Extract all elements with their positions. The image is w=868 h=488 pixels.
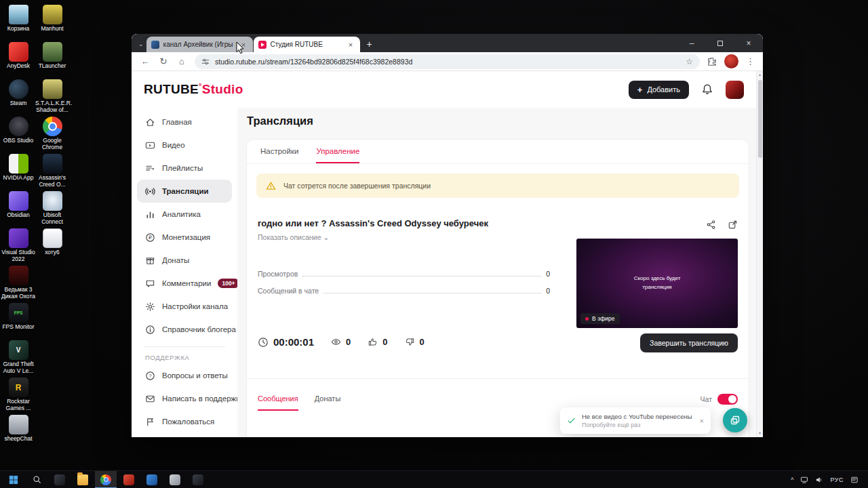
sidebar-item-video[interactable]: Видео <box>137 134 232 157</box>
taskbar-app-dark-1[interactable] <box>49 471 71 488</box>
home-icon[interactable]: ⌂ <box>176 56 187 66</box>
toast-retry-link[interactable]: Попробуйте ещё раз <box>582 422 694 428</box>
desktop-icon[interactable]: AnyDesk <box>1 40 35 77</box>
site-settings-icon[interactable] <box>201 58 210 66</box>
sidebar-item-faq[interactable]: ? Вопросы и ответы <box>137 364 232 387</box>
live-counters: 00:00:01 0 0 0 <box>258 336 425 348</box>
sidebar-item-monetization[interactable]: ₽ Монетизация <box>137 226 232 249</box>
sidebar-item-blogger-guide[interactable]: Справочник блогера <box>137 318 232 341</box>
taskbar-app-silver[interactable] <box>164 471 186 488</box>
live-badge: В эфире <box>580 313 620 324</box>
live-dot-icon <box>585 317 589 321</box>
add-button[interactable]: + Добавить <box>629 81 689 99</box>
desktop-icon[interactable]: Google Chrome <box>35 115 69 152</box>
notifications-center-icon[interactable] <box>850 476 859 484</box>
tab-settings[interactable]: Настройки <box>260 140 298 163</box>
comments-count-badge: 100+ <box>218 279 239 288</box>
sidebar-item-playlists[interactable]: Плейлисты <box>137 157 232 180</box>
taskbar-app-dark-2[interactable] <box>187 471 209 488</box>
desktop-icon[interactable]: OBS Studio <box>1 115 35 152</box>
scroll-up-icon[interactable]: ▴ <box>757 71 763 79</box>
desktop-icon[interactable]: Visual Studio 2022 <box>1 226 35 264</box>
bookmark-star-icon[interactable]: ☆ <box>686 57 693 66</box>
language-indicator[interactable]: РУС <box>830 476 844 483</box>
desktop-icon-label: AnyDesk <box>7 63 30 70</box>
end-stream-button[interactable]: Завершить трансляцию <box>640 333 738 352</box>
desktop-icon-image <box>9 154 28 174</box>
desktop-icon[interactable]: Ведьмак 3 Дикая Охота <box>1 264 35 301</box>
dislikes-count[interactable]: 0 <box>405 337 425 347</box>
browser-menu-icon[interactable]: ⋮ <box>746 56 755 66</box>
desktop-icon-label: Корзина <box>7 26 29 33</box>
maximize-button[interactable] <box>706 34 734 52</box>
sidebar-item-channel-settings[interactable]: Настройки канала <box>137 295 232 318</box>
desktop-icon[interactable]: V Grand Theft Auto V Le... <box>1 338 35 375</box>
show-description-link[interactable]: Показать описание ⌄ <box>258 233 329 241</box>
viewers-count: 0 <box>331 337 351 347</box>
tab-donations[interactable]: Донаты <box>315 388 341 411</box>
share-icon[interactable] <box>706 220 716 230</box>
volume-icon[interactable] <box>815 476 823 484</box>
taskbar-search-icon[interactable] <box>26 471 47 488</box>
desktop-icon[interactable]: Корзина <box>1 3 35 40</box>
desktop-icon[interactable]: Ubisoft Connect <box>35 189 69 226</box>
stat-label: Сообщений в чате <box>258 287 319 295</box>
new-tab-button[interactable]: + <box>367 39 372 49</box>
taskbar-app-red[interactable] <box>118 471 140 488</box>
sidebar-item-donations[interactable]: Донаты <box>137 249 232 272</box>
browser-tab-channel[interactable]: канал Архейвик (Игры Разног... × <box>146 37 253 52</box>
desktop-icon[interactable]: S.T.A.L.K.E.R. Shadow of... <box>35 77 69 115</box>
likes-count[interactable]: 0 <box>368 337 387 347</box>
sidebar-item-report[interactable]: Пожаловаться <box>137 410 232 433</box>
desktop-icon[interactable]: Steam <box>1 77 35 115</box>
desktop-icon[interactable]: R Rockstar Games ... <box>1 375 35 413</box>
tab-close-icon[interactable]: × <box>347 41 355 49</box>
tray-expand-icon[interactable]: ^ <box>791 476 793 483</box>
desktop-icon[interactable]: Obsidian <box>1 189 35 226</box>
browser-tab-rutube-studio[interactable]: Студия RUTUBE × <box>254 37 360 52</box>
back-icon[interactable]: ← <box>140 56 151 66</box>
desktop-icon[interactable]: TLauncher <box>35 40 69 77</box>
tab-messages[interactable]: Сообщения <box>258 388 298 411</box>
rutube-studio-logo[interactable]: RUTUBE°Studio <box>144 82 243 97</box>
url-omnibox[interactable]: studio.rutube.ru/stream/13264bd92806d825… <box>195 54 700 69</box>
channel-avatar[interactable] <box>726 81 744 99</box>
notifications-bell-icon[interactable] <box>701 83 713 96</box>
start-button[interactable] <box>3 471 24 488</box>
browser-profile-avatar[interactable] <box>724 54 738 68</box>
taskbar-app-blue[interactable] <box>141 471 163 488</box>
network-icon[interactable] <box>800 476 808 484</box>
chat-warning-banner: Чат сотрется после завершения трансляции <box>256 174 739 198</box>
taskbar-file-explorer[interactable] <box>72 471 94 488</box>
tab-list-chevron-icon[interactable]: ⌄ <box>138 41 144 47</box>
tab-close-icon[interactable]: × <box>239 41 248 49</box>
sidebar-item-comments[interactable]: Комментарии 100+ <box>137 272 232 295</box>
desktop-icon[interactable]: Assassin's Creed O... <box>35 152 69 189</box>
tab-management[interactable]: Управление <box>316 140 359 163</box>
open-external-icon[interactable] <box>728 220 738 230</box>
page-scrollbar[interactable]: ▴ ▾ <box>756 71 763 437</box>
toast-close-icon[interactable]: × <box>700 417 704 425</box>
desktop-icon[interactable]: FPS FPS Monitor <box>1 301 35 338</box>
sidebar-item-contact-support[interactable]: Написать в поддержку <box>137 387 232 410</box>
taskbar-chrome[interactable] <box>95 471 117 488</box>
minimize-button[interactable]: – <box>677 34 706 52</box>
sidebar-item-streams[interactable]: Трансляции <box>137 180 232 203</box>
desktop-icon[interactable]: sheepChat <box>1 413 35 450</box>
desktop-icon-label: Assassin's Creed O... <box>35 175 69 188</box>
sidebar-item-home[interactable]: Главная <box>137 110 232 134</box>
sidebar-item-analytics[interactable]: Аналитика <box>137 203 232 226</box>
extensions-icon[interactable] <box>707 57 717 66</box>
scrollbar-thumb[interactable] <box>758 80 762 158</box>
close-button[interactable]: × <box>734 34 763 52</box>
widgets-fab-button[interactable] <box>723 408 747 432</box>
chat-toggle[interactable] <box>717 394 738 405</box>
reload-icon[interactable]: ↻ <box>158 56 169 66</box>
scroll-down-icon[interactable]: ▾ <box>757 430 763 437</box>
stream-preview[interactable]: Скоро здесь будет трансляция В эфире <box>576 239 738 328</box>
desktop-icon[interactable]: хоту6 <box>35 226 69 264</box>
desktop-icon[interactable]: Manhunt <box>35 3 69 40</box>
desktop-icon-label: Steam <box>10 100 27 107</box>
desktop-icon[interactable]: NVIDIA App <box>1 152 35 189</box>
desktop-icon-label: Ведьмак 3 Дикая Охота <box>1 287 35 300</box>
